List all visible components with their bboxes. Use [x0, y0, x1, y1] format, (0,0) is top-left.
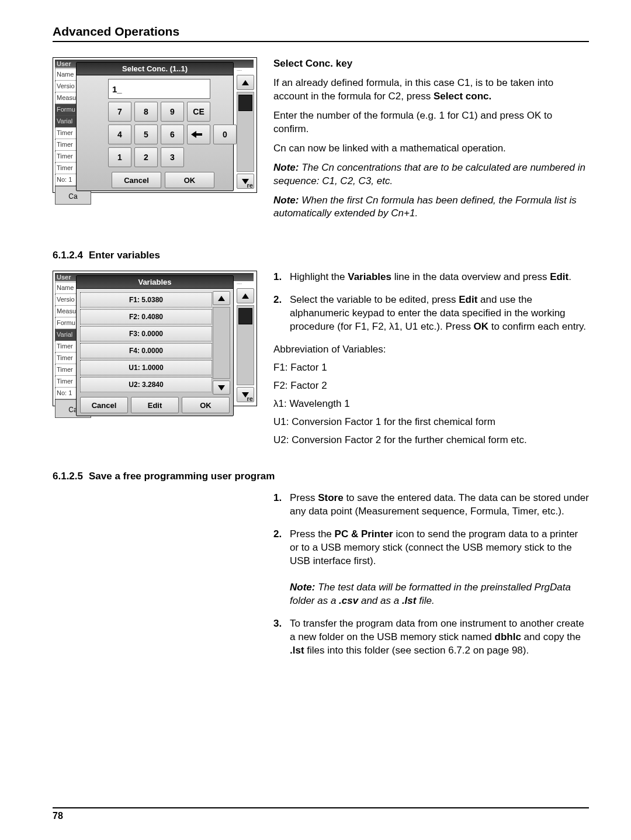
var-scroll-up-icon[interactable] — [213, 291, 230, 305]
abbr-heading: Abbreviation of Variables: — [273, 343, 589, 357]
scroll-up-icon[interactable] — [237, 75, 254, 90]
key-2[interactable]: 2 — [134, 147, 158, 167]
key-1[interactable]: 1 — [108, 147, 131, 167]
variables-scrollbar[interactable] — [213, 291, 230, 395]
dots-icon-2: ···· — [237, 282, 254, 286]
abbr-l1: λ1: Wavelength 1 — [273, 397, 589, 411]
select-conc-p3: Cn can now be linked with a mathematical… — [273, 142, 589, 155]
variables-steps: 1. Highlight the Variables line in the d… — [273, 271, 589, 334]
page-footer: 78 — [53, 807, 589, 821]
key-0[interactable]: 0 — [213, 125, 237, 144]
col-right-2: 1. Highlight the Variables line in the d… — [273, 271, 589, 454]
key-8[interactable]: 8 — [134, 102, 158, 122]
variable-row[interactable]: F2: 0.4080 — [80, 309, 212, 324]
key-3[interactable]: 3 — [161, 147, 184, 167]
select-conc-heading: Select Conc. key — [273, 57, 589, 71]
variables-footer: Cancel Edit OK — [77, 395, 233, 413]
save-step-1: 1. Press Store to save the entered data.… — [273, 492, 589, 518]
heading-6125: 6.1.2.5Save a free programming user prog… — [53, 471, 589, 482]
step-2: 2. Select the variable to be edited, pre… — [273, 293, 589, 334]
variable-row[interactable]: U2: 3.2840 — [80, 377, 212, 392]
abbrev-block: Abbreviation of Variables: F1: Factor 1 … — [273, 343, 589, 447]
variables-list: F1: 5.0380F2: 0.4080F3: 0.0000F4: 0.0000… — [77, 289, 233, 395]
dialog-variables: User NameVersioMeasuFormuVarialTimerTime… — [53, 271, 257, 406]
cancel-button[interactable]: Cancel — [112, 172, 161, 188]
save-step-3: 3. To transfer the program data from one… — [273, 617, 589, 658]
scroll-track-2[interactable] — [237, 305, 254, 385]
numpad-footer: Cancel OK — [77, 170, 233, 188]
note-1: Note: The Cn concentrations that are to … — [273, 161, 589, 188]
scroll-up-icon-2[interactable] — [237, 288, 254, 303]
save-steps: 1. Press Store to save the entered data.… — [273, 492, 589, 658]
abbr-f2: F2: Factor 2 — [273, 379, 589, 393]
key-4[interactable]: 4 — [108, 125, 131, 144]
var-scroll-down-icon[interactable] — [213, 381, 230, 395]
key-9[interactable]: 9 — [161, 102, 184, 122]
abbr-u1: U1: Conversion Factor 1 for the first ch… — [273, 416, 589, 429]
var-edit-button[interactable]: Edit — [131, 397, 179, 413]
re-fragment-2: re — [247, 395, 253, 402]
row-select-conc: User NameVersioMeasuFormuVarialTimerTime… — [53, 57, 589, 233]
row-variables: User NameVersioMeasuFormuVarialTimerTime… — [53, 271, 589, 454]
select-conc-p1: If an already defined formula, in this c… — [273, 77, 589, 103]
note-2: Note: When the first Cn formula has been… — [273, 194, 589, 221]
variable-row[interactable]: F1: 5.0380 — [80, 292, 212, 307]
page-header: Advanced Operations — [53, 25, 589, 42]
key-ce[interactable]: CE — [187, 102, 210, 122]
variable-row[interactable]: F4: 0.0000 — [80, 343, 212, 358]
col-right-3: 1. Press Store to save the entered data.… — [273, 492, 589, 667]
key-7[interactable]: 7 — [108, 102, 131, 122]
dialog2-scrollbar[interactable]: ···· — [237, 282, 254, 402]
variable-row[interactable]: U1: 1.0000 — [80, 360, 212, 375]
abbr-f1: F1: Factor 1 — [273, 361, 589, 375]
dots-icon: ···· — [237, 68, 254, 73]
dialog1-scrollbar[interactable]: ···· — [237, 68, 254, 189]
abbr-u2: U2: Conversion Factor 2 for the further … — [273, 434, 589, 447]
page-title: Advanced Operations — [53, 25, 179, 38]
re-fragment: re — [247, 182, 253, 189]
col-left-2: User NameVersioMeasuFormuVarialTimerTime… — [53, 271, 257, 454]
page-number: 78 — [53, 811, 63, 821]
key-6[interactable]: 6 — [161, 125, 184, 144]
select-conc-p2: Enter the number of the formula (e.g. 1 … — [273, 109, 589, 136]
var-ok-button[interactable]: OK — [182, 397, 230, 413]
numpad-modal: Select Conc. (1..1) 1_ 7 8 9 CE 4 5 6 0 … — [76, 62, 234, 191]
conc-input[interactable]: 1_ — [108, 79, 210, 99]
var-cancel-button[interactable]: Cancel — [80, 397, 128, 413]
key-backspace-icon[interactable] — [187, 125, 210, 144]
heading-6124: 6.1.2.4Enter variables — [53, 250, 589, 261]
variables-modal: Variables F1: 5.0380F2: 0.4080F3: 0.0000… — [76, 275, 234, 416]
scroll-track[interactable] — [237, 92, 254, 172]
ok-button[interactable]: OK — [165, 172, 214, 188]
save-step-2: 2. Press the PC & Printer icon to send t… — [273, 528, 589, 609]
variables-title: Variables — [77, 276, 233, 289]
row-save: 1. Press Store to save the entered data.… — [53, 492, 589, 667]
variable-row[interactable]: F3: 0.0000 — [80, 326, 212, 341]
numpad-body: 1_ 7 8 9 CE 4 5 6 0 1 2 3 — [77, 75, 233, 170]
col-left-3 — [53, 492, 257, 667]
var-scroll-track[interactable] — [213, 307, 230, 379]
dialog-select-conc: User NameVersioMeasuFormuVarialTimerTime… — [53, 57, 257, 193]
col-left-1: User NameVersioMeasuFormuVarialTimerTime… — [53, 57, 257, 233]
numpad-title: Select Conc. (1..1) — [77, 63, 233, 75]
step-1: 1. Highlight the Variables line in the d… — [273, 271, 589, 284]
col-right-1: Select Conc. key If an already defined f… — [273, 57, 589, 226]
key-5[interactable]: 5 — [134, 125, 158, 144]
